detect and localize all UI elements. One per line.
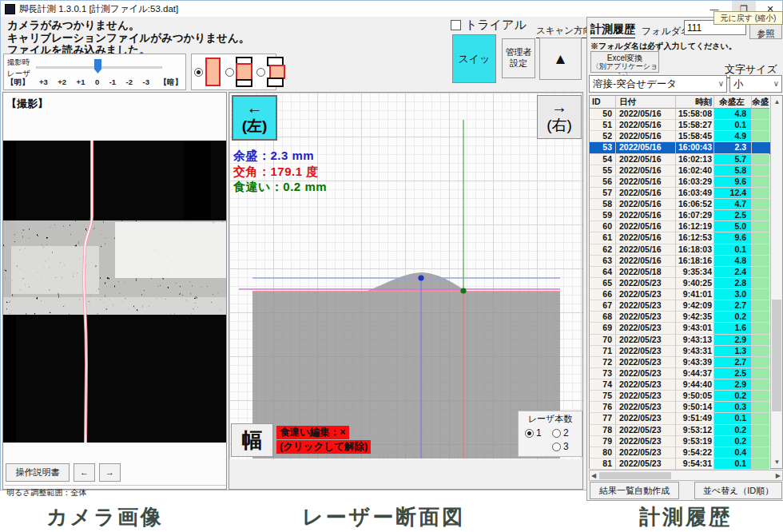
table-row[interactable]: 702022/05/239:43:132.9 <box>590 335 770 346</box>
table-cell <box>752 447 769 459</box>
manual-button[interactable]: 操作説明書 <box>6 463 70 482</box>
trial-checkbox[interactable] <box>451 20 461 30</box>
scroll-down-icon[interactable]: ▼ <box>771 456 783 468</box>
switch-button[interactable]: スイッチ <box>452 34 496 83</box>
chevron-down-icon: ∨ <box>718 76 724 92</box>
table-cell <box>752 346 769 357</box>
width-button[interactable]: 幅 <box>231 423 273 457</box>
table-row[interactable]: 742022/05/239:44:402.9 <box>590 379 770 391</box>
table-row[interactable]: 592022/05/1616:07:292.5 <box>590 210 770 221</box>
horizontal-scroll-thumb[interactable] <box>599 472 671 479</box>
vertical-scrollbar[interactable]: ▲ ▼ <box>770 96 782 468</box>
misalignment-edit-warning[interactable]: 食違い編集：× <box>276 426 349 439</box>
scroll-left-icon[interactable]: ◀ <box>591 470 596 481</box>
table-row[interactable]: 602022/05/1616:12:195.0 <box>590 221 770 232</box>
joint-type-option-2[interactable] <box>225 56 254 88</box>
table-row[interactable]: 652022/05/239:40:252.8 <box>590 278 770 289</box>
table-cell <box>752 323 769 334</box>
camera-prev-button[interactable]: ← <box>74 463 95 482</box>
radio-icon[interactable] <box>225 68 234 77</box>
table-row[interactable]: 612022/05/1616:12:539.6 <box>590 232 770 244</box>
table-row[interactable]: 572022/05/1616:03:4912.4 <box>590 188 770 199</box>
scroll-right-icon[interactable]: ▶ <box>776 470 781 481</box>
horizontal-scrollbar[interactable]: ◀ ▶ <box>589 470 783 481</box>
table-row[interactable]: 622022/05/1616:18:030.1 <box>590 244 770 256</box>
table-cell: 0.2 <box>714 312 752 323</box>
slider-tick-label: 【暗】 <box>159 77 182 88</box>
radio-icon[interactable] <box>552 429 561 438</box>
table-row[interactable]: 662022/05/239:41:013.0 <box>590 289 770 300</box>
font-size-select[interactable]: 小 ∨ <box>729 75 782 93</box>
table-row[interactable]: 712022/05/239:43:311.3 <box>590 346 770 357</box>
scan-left-button[interactable]: ← (左) <box>232 95 277 141</box>
data-type-select[interactable]: 溶接-突合せデータ ∨ <box>589 75 727 93</box>
radio-selected-icon[interactable] <box>525 429 534 438</box>
table-cell: 2.7 <box>714 300 752 312</box>
table-row[interactable]: 682022/05/239:42:350.2 <box>590 312 770 323</box>
measurement-line: 食違い：0.2 mm <box>233 179 327 195</box>
table-cell: 2022/05/16 <box>616 120 676 131</box>
column-header[interactable]: 時刻 <box>676 96 714 109</box>
scroll-up-icon[interactable]: ▲ <box>771 96 783 108</box>
left-button-label: (左) <box>233 117 276 136</box>
camera-next-button[interactable]: → <box>99 463 121 482</box>
table-row[interactable]: 772022/05/239:51:490.1 <box>590 413 770 424</box>
laser-count-option-3[interactable]: 3 <box>552 441 579 452</box>
joint-type-option-1[interactable] <box>194 56 223 88</box>
column-header[interactable]: 余盛 <box>752 96 769 109</box>
table-row[interactable]: 582022/05/1616:06:524.7 <box>590 199 770 210</box>
brightness-slider-thumb[interactable] <box>94 59 101 73</box>
table-row[interactable]: 792022/05/239:53:190.2 <box>590 436 770 447</box>
table-row[interactable]: 752022/05/239:50:050.2 <box>590 391 770 402</box>
table-row[interactable]: 512022/05/1615:58:270.1 <box>590 120 770 131</box>
table-cell: 2.4 <box>714 267 752 278</box>
excel-convert-button[interactable]: Excel変換 〈別アプリケーション〉 <box>590 51 659 73</box>
table-row[interactable]: 672022/05/239:42:092.7 <box>590 300 770 312</box>
table-cell <box>752 199 769 210</box>
column-header[interactable]: ID <box>590 96 616 109</box>
column-header[interactable]: 余盛左 <box>714 96 752 109</box>
admin-settings-button[interactable]: 管理者 設定 <box>502 38 535 78</box>
table-cell <box>752 131 769 142</box>
column-header[interactable]: 日付 <box>616 96 676 109</box>
table-row[interactable]: 732022/05/239:44:372.5 <box>590 368 770 379</box>
table-row[interactable]: 812022/05/239:54:310.1 <box>590 459 770 470</box>
laser-count-option-1[interactable]: 1 <box>525 427 552 439</box>
table-row[interactable]: 532022/05/1616:00:432.3 <box>590 142 770 153</box>
misalignment-edit-hint[interactable]: (クリックして解除) <box>276 440 371 454</box>
brightness-range-status: 明るさ調整範囲：全体 <box>5 485 226 498</box>
table-row[interactable]: 522022/05/1615:58:454.9 <box>590 131 770 142</box>
sort-by-id-button[interactable]: 並べ替え（ID順） <box>694 482 782 499</box>
scan-direction-button[interactable]: ▲ <box>539 38 582 80</box>
table-row[interactable]: 542022/05/1616:02:135.7 <box>590 154 770 165</box>
table-row[interactable]: 632022/05/1616:18:164.8 <box>590 256 770 267</box>
table-cell: 9:53:19 <box>676 436 714 447</box>
table-row[interactable]: 552022/05/1616:02:405.8 <box>590 165 770 177</box>
table-cell: 2022/05/23 <box>616 312 676 323</box>
table-row[interactable]: 782022/05/239:53:120.2 <box>590 425 770 436</box>
table-row[interactable]: 642022/05/189:35:342.4 <box>590 267 770 278</box>
table-row[interactable]: 802022/05/239:54:220.4 <box>590 447 770 459</box>
table-cell: 70 <box>590 335 616 346</box>
history-title: 計測履歴 <box>590 22 635 38</box>
table-row[interactable]: 692022/05/239:43:011.6 <box>590 323 770 334</box>
table-row[interactable]: 562022/05/1616:03:299.6 <box>590 177 770 188</box>
table-row[interactable]: 722022/05/239:43:392.7 <box>590 357 770 368</box>
table-cell: 2022/05/23 <box>616 300 676 312</box>
auto-create-results-button[interactable]: 結果一覧自動作成 <box>590 482 679 499</box>
laser-count-option-2[interactable]: 2 <box>552 427 579 439</box>
radio-icon[interactable] <box>552 443 561 451</box>
scan-right-button[interactable]: → (右) <box>537 95 582 139</box>
radio-icon[interactable] <box>256 68 265 77</box>
history-table-body: ID 日付 時刻 余盛左 余盛 502022/05/1615:58:084.85… <box>590 96 770 468</box>
vertical-scroll-thumb[interactable] <box>772 300 781 411</box>
table-row[interactable]: 762022/05/239:50:140.3 <box>590 402 770 413</box>
table-row[interactable]: 502022/05/1615:58:084.8 <box>590 109 770 120</box>
folder-note: ※フォルダ名は必ず入力してください。 <box>590 41 737 52</box>
table-cell: 69 <box>590 323 616 334</box>
table-cell <box>752 232 769 244</box>
table-cell: 9:44:37 <box>676 368 714 379</box>
joint-type-option-3[interactable] <box>256 56 285 88</box>
radio-selected-icon[interactable] <box>194 68 203 77</box>
table-cell: 2022/05/23 <box>616 391 676 402</box>
